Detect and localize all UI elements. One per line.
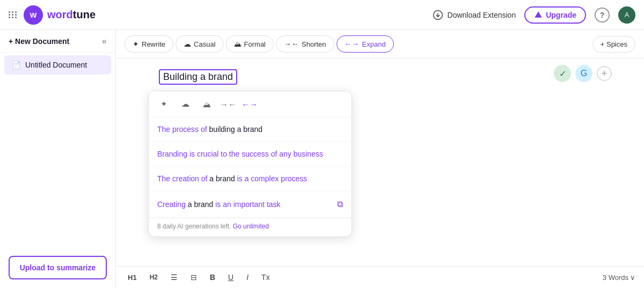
bold-label: B bbox=[210, 273, 215, 282]
clear-format-button[interactable]: Tx bbox=[258, 271, 273, 284]
popup-formal-icon[interactable]: ⛰ bbox=[199, 97, 214, 112]
sidebar-top: + New Document « bbox=[0, 30, 115, 53]
formal-label: Formal bbox=[244, 40, 266, 48]
help-button[interactable]: ? bbox=[595, 8, 610, 23]
suggestion-highlight-4a: Creating bbox=[157, 200, 186, 209]
suggestion-highlight-1a: The process of bbox=[157, 125, 207, 134]
suggestion-content-4: Creating a brand is an important task bbox=[157, 199, 281, 210]
clear-format-label: Tx bbox=[261, 273, 270, 282]
upgrade-label: Upgrade bbox=[546, 11, 576, 19]
word-count-dropdown[interactable]: 3 Words ∨ bbox=[603, 274, 635, 282]
numbered-list-button[interactable]: ⊟ bbox=[187, 271, 200, 284]
generations-left-text: 8 daily AI generations left. bbox=[157, 223, 231, 230]
logo-icon: w bbox=[24, 5, 43, 25]
logo-text: wordtune bbox=[47, 9, 96, 21]
header-right: Download Extension Upgrade ? A bbox=[433, 6, 635, 24]
h1-button[interactable]: H1 bbox=[125, 271, 140, 284]
suggestion-text-4b: a brand bbox=[188, 200, 215, 209]
expand-button[interactable]: ←→ Expand bbox=[336, 35, 394, 53]
rewrite-button[interactable]: ✦ Rewrite bbox=[125, 35, 173, 53]
avatar-label: A bbox=[625, 11, 630, 19]
expand-label: Expand bbox=[362, 40, 386, 48]
header-left: w wordtune bbox=[9, 5, 96, 25]
popup-rewrite-icon[interactable]: ✦ bbox=[156, 97, 171, 112]
bold-button[interactable]: B bbox=[207, 271, 218, 284]
h2-label: H2 bbox=[150, 274, 158, 281]
casual-icon: ☁ bbox=[184, 40, 191, 48]
suggestion-item[interactable]: The creation of a brand is a complex pro… bbox=[149, 167, 352, 191]
download-extension-label: Download Extension bbox=[448, 11, 516, 19]
h1-label: H1 bbox=[128, 274, 137, 282]
plus-symbol: + bbox=[602, 68, 608, 79]
chevron-down-icon: ∨ bbox=[630, 274, 635, 282]
suggestion-item[interactable]: The process of building a brand bbox=[149, 117, 352, 142]
rewrite-label: Rewrite bbox=[142, 40, 165, 48]
suggestion-text-1b: building a brand bbox=[209, 125, 263, 134]
suggestion-item[interactable]: Branding is crucial to the success of an… bbox=[149, 142, 352, 167]
suggestion-row-4: Creating a brand is an important task ⧉ bbox=[157, 198, 343, 211]
add-icon[interactable]: + bbox=[597, 66, 612, 81]
casual-button[interactable]: ☁ Casual bbox=[175, 35, 223, 53]
popup-casual-icon[interactable]: ☁ bbox=[178, 97, 193, 112]
upgrade-button[interactable]: Upgrade bbox=[524, 6, 586, 24]
popup-toolbar: ✦ ☁ ⛰ →← ←→ bbox=[149, 91, 352, 117]
content-area: ✓ G + Building a brand ✦ ☁ ⛰ →← ←→ The bbox=[116, 58, 644, 266]
spices-label: + Spices bbox=[601, 40, 627, 48]
bullet-list-button[interactable]: ☰ bbox=[167, 271, 181, 284]
word-count-label: 3 Words bbox=[603, 274, 628, 282]
shorten-button[interactable]: →← Shorten bbox=[276, 35, 334, 53]
collapse-sidebar-button[interactable]: « bbox=[102, 36, 107, 46]
upload-to-summarize-button[interactable]: Upload to summarize bbox=[9, 256, 107, 279]
sidebar: + New Document « 📄 Untitled Document Upl… bbox=[0, 30, 116, 288]
floating-icons: ✓ G + bbox=[554, 65, 612, 82]
word-count: 3 Words ∨ bbox=[603, 274, 635, 282]
sidebar-item-untitled[interactable]: 📄 Untitled Document bbox=[4, 55, 111, 75]
bottom-toolbar: H1 H2 ☰ ⊟ B U I bbox=[116, 266, 644, 288]
upload-label: Upload to summarize bbox=[20, 263, 96, 272]
formal-button[interactable]: ⛰ Formal bbox=[226, 35, 274, 53]
grid-icon[interactable] bbox=[9, 11, 17, 18]
copy-icon[interactable]: ⧉ bbox=[337, 198, 343, 211]
numbered-icon: ⊟ bbox=[191, 273, 197, 282]
shorten-label: Shorten bbox=[302, 40, 326, 48]
spices-button[interactable]: + Spices bbox=[592, 36, 635, 53]
suggestion-highlight-3c: is a complex process bbox=[237, 174, 308, 183]
checker-icon[interactable]: G bbox=[575, 65, 592, 82]
suggestion-highlight-4c: is an important task bbox=[215, 200, 280, 209]
download-extension-link[interactable]: Download Extension bbox=[433, 10, 516, 20]
header: w wordtune Download Extension Upgrade ? … bbox=[0, 0, 644, 30]
document-name: Untitled Document bbox=[25, 61, 87, 69]
document-icon: 📄 bbox=[12, 61, 21, 69]
expand-icon: ←→ bbox=[345, 40, 360, 48]
suggestion-highlight-2: Branding is crucial to the success of an… bbox=[157, 150, 323, 158]
rewrite-icon: ✦ bbox=[133, 40, 139, 48]
sidebar-bottom: Upload to summarize bbox=[0, 247, 115, 288]
new-document-button[interactable]: + New Document bbox=[9, 37, 69, 46]
italic-button[interactable]: I bbox=[243, 271, 252, 284]
new-document-label: + New Document bbox=[9, 37, 69, 46]
formal-icon: ⛰ bbox=[234, 40, 241, 48]
top-toolbar: ✦ Rewrite ☁ Casual ⛰ Formal →← Shorten ←… bbox=[116, 30, 644, 58]
grammarly-icon[interactable]: ✓ bbox=[554, 65, 571, 82]
italic-label: I bbox=[246, 273, 248, 282]
popup-footer: 8 daily AI generations left. Go unlimite… bbox=[149, 218, 352, 237]
selected-text[interactable]: Building a brand bbox=[159, 69, 237, 85]
format-tools: H1 H2 ☰ ⊟ B U I bbox=[125, 271, 273, 284]
suggestions-popup: ✦ ☁ ⛰ →← ←→ The process of building a br… bbox=[148, 91, 352, 237]
help-label: ? bbox=[600, 11, 605, 19]
avatar[interactable]: A bbox=[618, 6, 635, 24]
shorten-icon: →← bbox=[284, 40, 299, 48]
editor-area: ✦ Rewrite ☁ Casual ⛰ Formal →← Shorten ←… bbox=[116, 30, 644, 288]
bullet-icon: ☰ bbox=[171, 273, 178, 282]
main: + New Document « 📄 Untitled Document Upl… bbox=[0, 30, 644, 288]
suggestion-highlight-3a: The creation of bbox=[157, 174, 207, 183]
h2-button[interactable]: H2 bbox=[147, 271, 161, 283]
casual-label: Casual bbox=[194, 40, 215, 48]
underline-label: U bbox=[228, 273, 233, 282]
popup-expand-icon[interactable]: ←→ bbox=[242, 97, 257, 112]
suggestion-item[interactable]: Creating a brand is an important task ⧉ bbox=[149, 191, 352, 218]
popup-shorten-icon[interactable]: →← bbox=[221, 97, 236, 112]
suggestion-text-3b: a brand bbox=[209, 174, 237, 183]
underline-button[interactable]: U bbox=[225, 271, 237, 284]
go-unlimited-link[interactable]: Go unlimited bbox=[233, 223, 269, 230]
